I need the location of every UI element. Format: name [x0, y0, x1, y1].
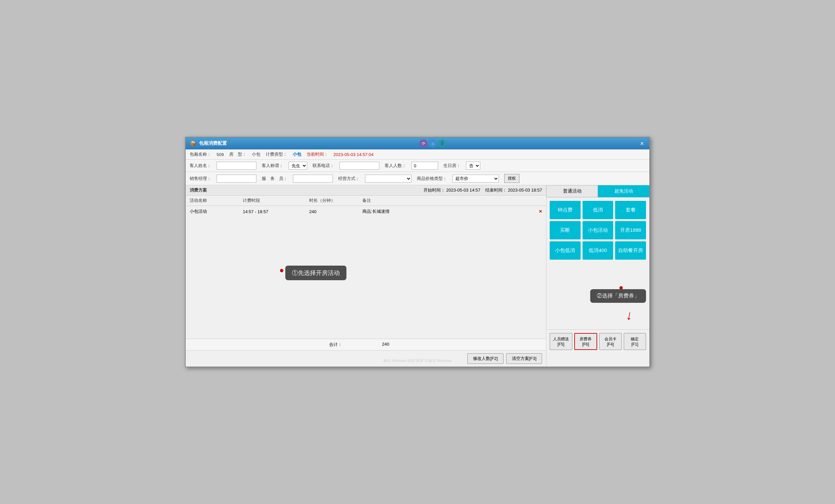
title-icon: 📦 — [190, 141, 196, 147]
birthday-label: 生日房： — [443, 163, 461, 169]
activity-small-low[interactable]: 小包低消 — [550, 241, 581, 260]
close-button[interactable]: × — [639, 140, 645, 147]
tab-row: 普通活动 超免活动 — [546, 185, 649, 197]
table-header: 活动名称 计费时段 时长（分钟） 备注 — [186, 195, 546, 206]
titlebar-left: 📦 包厢消费配置 — [190, 141, 227, 147]
table-body: 小包活动 14:57 - 18:57 240 商品:长城迷情 × ①先选择开房活… — [186, 206, 546, 339]
watermark: 激活 Windows 转到"设置"以激活 Windows — [383, 358, 451, 363]
authorize-button[interactable]: 授权 — [504, 174, 520, 183]
customer-name-label: 客人姓名： — [190, 163, 211, 169]
charge-type-value: 小包 — [292, 151, 301, 158]
delete-row-button[interactable]: × — [539, 209, 542, 214]
clear-scheme-button[interactable]: 清空方案[F3] — [506, 353, 542, 364]
total-value: 240 — [382, 342, 389, 348]
activity-clock-fee[interactable]: 钟点费 — [550, 201, 581, 219]
row-time-range: 14:57 - 18:57 — [243, 209, 309, 214]
total-row: 合计： 240 — [186, 339, 546, 350]
member-gift-button[interactable]: 人员赠送[F5] — [550, 333, 572, 350]
tooltip1-bubble: ①先选择开房活动 — [285, 266, 346, 280]
people-count-input[interactable] — [411, 162, 438, 170]
member-card-button[interactable]: 会员卡[F4] — [599, 333, 622, 350]
tab-super-free-activity[interactable]: 超免活动 — [598, 185, 649, 197]
col-note: 备注 — [362, 197, 542, 204]
room-type-value: 小包 — [252, 151, 260, 158]
room-name-value: 509 — [217, 152, 224, 157]
start-time-value: 2023-05-03 14:57 — [446, 188, 481, 193]
action-row: 修改人数[F2] 清空方案[F3] — [186, 350, 546, 366]
scheme-title: 消费方案 — [190, 187, 207, 193]
time-range: 开始时间： 2023-05-03 14:57 结束时间： 2023-05-03 … — [424, 187, 542, 193]
titlebar: 📦 包厢消费配置 ⟳ ⌂ 👤 × — [186, 138, 649, 149]
room-type-label: 房 型： — [229, 151, 246, 158]
tooltip2-bubble: ②选择「房费券」 — [590, 289, 646, 303]
phone-label: 联系电话： — [312, 163, 334, 169]
price-type-select[interactable]: 超市价 — [452, 175, 499, 183]
right-panel-spacer: ②选择「房费券」 ↓ — [546, 263, 649, 329]
form-row-2: 客人姓名： 客人称谓： 先生 女士 联系电话： 客人人数： 生日房： 否 是 — [186, 160, 649, 172]
col-timerange: 计费时段 — [243, 197, 309, 204]
total-label: 合计： — [329, 342, 342, 348]
activity-open-1888[interactable]: 开房1888 — [615, 221, 646, 239]
phone-input[interactable] — [340, 162, 379, 170]
main-window: 📦 包厢消费配置 ⟳ ⌂ 👤 × 包厢名称： 509 房 型： 小包 计费房型：… — [185, 137, 650, 367]
activity-grid: 钟点费 低消 套餐 买断 小包活动 开房1888 小包低消 低消400 自助餐开… — [546, 197, 649, 263]
titlebar-nav-icons: ⟳ ⌂ 👤 — [420, 140, 446, 147]
row-activity-name: 小包活动 — [190, 209, 243, 214]
form-row-1: 包厢名称： 509 房 型： 小包 计费房型： 小包 当前时间： 2023-05… — [186, 149, 649, 160]
col-activity: 活动名称 — [190, 197, 243, 204]
tooltip1-dot — [280, 269, 283, 272]
staff-input[interactable] — [293, 175, 333, 183]
people-count-label: 客人人数： — [385, 163, 406, 169]
staff-label: 服 务 员： — [262, 176, 288, 182]
form-row-3: 销售经理： 服 务 员： 经营方式： 商品价格类型： 超市价 授权 — [186, 172, 649, 185]
nav-icon-3[interactable]: 👤 — [438, 140, 446, 147]
room-voucher-button[interactable]: 房费券[F6] — [574, 333, 597, 350]
modify-people-button[interactable]: 修改人数[F2] — [467, 353, 503, 364]
confirm-button[interactable]: 确定[F1] — [624, 333, 646, 350]
end-time-value: 2023-05-03 18:57 — [508, 188, 542, 193]
start-time-label: 开始时间： — [424, 188, 445, 193]
nav-icon-1[interactable]: ⟳ — [420, 140, 427, 147]
customer-name-input[interactable] — [217, 162, 257, 170]
left-panel: 消费方案 开始时间： 2023-05-03 14:57 结束时间： 2023-0… — [186, 185, 546, 366]
customer-title-select[interactable]: 先生 女士 — [289, 162, 307, 170]
arrow-down-icon: ↓ — [625, 308, 634, 323]
activity-package[interactable]: 套餐 — [615, 201, 646, 219]
activity-buyout[interactable]: 买断 — [550, 221, 581, 239]
end-time-label: 结束时间： — [485, 188, 507, 193]
right-panel: 普通活动 超免活动 钟点费 低消 套餐 买断 小包活动 开房1888 小包低消 … — [546, 185, 649, 366]
col-duration: 时长（分钟） — [309, 197, 362, 204]
activity-low-400[interactable]: 低消400 — [583, 241, 613, 260]
total-spacer — [190, 342, 289, 348]
content-area: 消费方案 开始时间： 2023-05-03 14:57 结束时间： 2023-0… — [186, 185, 649, 366]
sales-label: 销售经理： — [190, 176, 211, 182]
current-time-label: 当前时间： — [307, 151, 328, 158]
sales-input[interactable] — [217, 175, 257, 183]
price-type-label: 商品价格类型： — [417, 176, 447, 182]
birthday-select[interactable]: 否 是 — [466, 162, 480, 170]
current-time-value: 2023-05-03 14:57:04 — [333, 152, 374, 157]
row-note: 商品:长城迷情 × — [362, 209, 542, 214]
activity-buffet[interactable]: 自助餐开房 — [615, 241, 646, 260]
nav-icon-2[interactable]: ⌂ — [429, 140, 437, 147]
room-name-label: 包厢名称： — [190, 151, 211, 158]
customer-title-label: 客人称谓： — [262, 163, 283, 169]
tab-normal-activity[interactable]: 普通活动 — [546, 185, 598, 197]
scheme-header: 消费方案 开始时间： 2023-05-03 14:57 结束时间： 2023-0… — [186, 185, 546, 195]
activity-low-consume[interactable]: 低消 — [583, 201, 613, 219]
charge-type-label: 计费房型： — [266, 151, 287, 158]
window-title: 包厢消费配置 — [199, 141, 227, 146]
row-duration: 240 — [309, 209, 362, 214]
table-row: 小包活动 14:57 - 18:57 240 商品:长城迷情 × — [186, 206, 546, 217]
operate-type-label: 经营方式： — [338, 176, 360, 182]
bottom-buttons: 人员赠送[F5] 房费券[F6] 会员卡[F4] 确定[F1] — [546, 329, 649, 353]
activity-small-room[interactable]: 小包活动 — [583, 221, 613, 239]
operate-type-select[interactable] — [365, 175, 411, 183]
